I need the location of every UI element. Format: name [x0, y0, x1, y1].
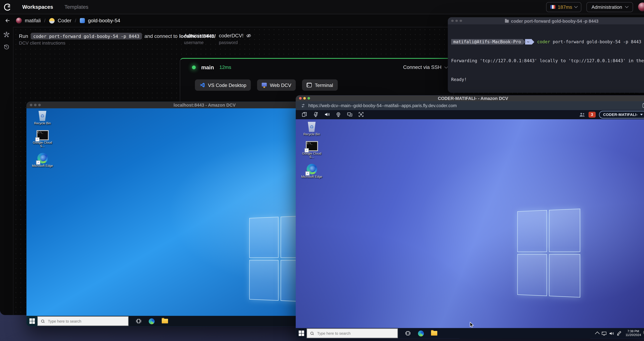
- volume-tray-icon[interactable]: [609, 331, 614, 336]
- terminal-titlebar[interactable]: coder port-forward gold-booby-54 -p 8443: [448, 17, 644, 24]
- dcv-client-instructions-link[interactable]: DCV client instructions: [19, 40, 66, 45]
- chevron-down-icon: [574, 4, 578, 8]
- session-menu-button[interactable]: CODER-MATIFALI-: [599, 111, 644, 118]
- edge-taskbar-button[interactable]: [418, 330, 424, 336]
- speaker-icon[interactable]: [324, 112, 330, 117]
- administration-menu[interactable]: Administration: [586, 2, 633, 12]
- topnav-right: 187ms Administration: [546, 2, 644, 12]
- latency-dropdown[interactable]: 187ms: [546, 2, 582, 12]
- recycle-bin-icon[interactable]: ♻ Recycle Bin: [300, 122, 324, 136]
- nav-templates[interactable]: Templates: [64, 4, 88, 10]
- file-explorer-button[interactable]: [431, 331, 437, 336]
- collaborators-icon[interactable]: [579, 112, 585, 117]
- fullscreen-icon[interactable]: [358, 112, 364, 117]
- taskbar-search[interactable]: [37, 316, 128, 326]
- taskbar-search-input[interactable]: [47, 318, 116, 324]
- microsoft-edge-shortcut-icon[interactable]: ↗ Microsoft Edge: [31, 153, 54, 168]
- task-view-button[interactable]: [136, 318, 142, 324]
- minimize-button[interactable]: [455, 20, 458, 22]
- web-dcv-button[interactable]: Web DCV: [257, 79, 296, 91]
- edge-taskbar-button[interactable]: [149, 318, 155, 324]
- close-button[interactable]: [451, 20, 454, 22]
- screenshot-viewport: Workspaces Templates 187ms Administratio…: [0, 0, 644, 341]
- multi-monitor-icon[interactable]: [347, 112, 352, 117]
- eye-off-icon[interactable]: [246, 33, 251, 38]
- terminal-label: Terminal: [315, 82, 333, 88]
- clock-date: 11/20/2024: [626, 333, 641, 337]
- top-navbar: Workspaces Templates 187ms Administratio…: [0, 0, 644, 14]
- terminal-output-line: Forwarding 'tcp://127.0.0.1:8443' locall…: [451, 58, 644, 64]
- agent-latency: 12ms: [220, 65, 231, 70]
- taskbar-search-input[interactable]: [316, 331, 385, 336]
- browser-url-bar: https://web-dcv--main--gold-booby-54--ma…: [296, 101, 644, 110]
- coder-logo-icon[interactable]: [4, 3, 11, 11]
- resources-hub-icon[interactable]: [3, 32, 10, 38]
- nav-workspaces[interactable]: Workspaces: [22, 4, 53, 10]
- shortcut-arrow-badge: ↗: [305, 171, 310, 176]
- pen-tray-icon[interactable]: [617, 331, 621, 336]
- port-forward-command[interactable]: coder port-forward gold-booby-54 -p 8443: [31, 33, 142, 40]
- close-button[interactable]: [299, 97, 302, 99]
- tray-expand-icon[interactable]: [595, 332, 600, 336]
- zoom-button[interactable]: [460, 20, 462, 22]
- prompt-host: matifali@Atifs-MacBook-Pro: [451, 39, 523, 44]
- wallpaper-vignette: [296, 119, 644, 328]
- recycle-bin-icon[interactable]: ♻ Recycle Bin: [31, 111, 54, 126]
- traffic-lights: [30, 102, 40, 108]
- zoom-button[interactable]: [38, 104, 40, 106]
- terminal-output-line: Ready!: [451, 76, 644, 83]
- minimize-button[interactable]: [34, 104, 36, 106]
- agent-row: main 12ms Connect via SSH: [180, 59, 453, 76]
- terminal-body[interactable]: matifali@Atifs-MacBook-Pro~ coder port-f…: [451, 26, 644, 93]
- clipboard-sync-icon[interactable]: [302, 112, 307, 117]
- chevron-down-icon: [625, 4, 628, 8]
- powerline-arrow: [532, 39, 534, 44]
- traffic-lights: [299, 95, 310, 101]
- terminal-title: coder port-forward gold-booby-54 -p 8443: [511, 18, 598, 23]
- notification-badge: 1: [643, 330, 644, 334]
- web-dcv-icon: [262, 82, 267, 88]
- start-button[interactable]: [26, 316, 37, 326]
- breadcrumb-template[interactable]: Coder: [58, 18, 72, 24]
- user-avatar[interactable]: [638, 2, 644, 11]
- window-titlebar[interactable]: CODER-MATIFALI- - Amazon DCV: [296, 95, 644, 101]
- web-dcv-label: Web DCV: [270, 82, 291, 88]
- task-view-button[interactable]: [405, 330, 411, 336]
- zoom-button[interactable]: [308, 97, 310, 99]
- taskbar-clock[interactable]: 7:38 PM 11/20/2024: [626, 330, 641, 337]
- windows-desktop[interactable]: ♻ Recycle Bin C:\_↗ Google Cloud S... ↗ …: [296, 119, 644, 328]
- close-button[interactable]: [30, 104, 32, 106]
- google-cloud-shortcut-icon[interactable]: C:\_↗ Google Cloud S...: [31, 130, 54, 148]
- breadcrumb-user-avatar: [16, 18, 22, 24]
- prompt-path: ~: [525, 39, 532, 44]
- microphone-muted-icon[interactable]: [313, 112, 318, 117]
- folder-icon: [162, 319, 168, 323]
- breadcrumb-separator: /: [75, 18, 76, 24]
- start-button[interactable]: [296, 328, 307, 338]
- google-cloud-shortcut-icon[interactable]: C:\_↗ Google Cloud S...: [300, 141, 324, 159]
- connect-via-ssh-button[interactable]: Connect via SSH: [403, 64, 448, 70]
- url-text[interactable]: https://web-dcv--main--gold-booby-54--ma…: [308, 103, 457, 108]
- username-field: Administrator username: [184, 33, 214, 45]
- taskbar-search[interactable]: [307, 328, 398, 338]
- microsoft-edge-shortcut-icon[interactable]: ↗ Microsoft Edge: [300, 164, 324, 178]
- breadcrumb-user[interactable]: matifali: [25, 18, 41, 24]
- dcv-toolbar-right: 3 CODER-MATIFALI-: [579, 111, 644, 118]
- collaborators-badge[interactable]: 3: [588, 112, 596, 118]
- latency-value: 187ms: [558, 4, 572, 10]
- session-name: CODER-MATIFALI-: [603, 112, 638, 117]
- webcam-icon[interactable]: [336, 112, 341, 117]
- clipboard-icon[interactable]: [642, 103, 644, 108]
- display-tray-icon[interactable]: [602, 331, 607, 336]
- recycle-bin-glyph: ♻: [38, 111, 47, 121]
- minimize-button[interactable]: [303, 97, 306, 99]
- recycle-bin-glyph: ♻: [307, 122, 316, 132]
- history-icon[interactable]: [3, 44, 10, 50]
- username-label: username: [184, 40, 214, 45]
- file-explorer-button[interactable]: [162, 319, 168, 323]
- back-arrow-icon[interactable]: [5, 18, 10, 24]
- terminal-button[interactable]: >_ Terminal: [302, 79, 338, 91]
- shortcut-arrow-badge: ↗: [35, 137, 39, 142]
- terminal-icon: >_: [307, 83, 312, 88]
- vscode-desktop-button[interactable]: VS Code Desktop: [195, 79, 251, 91]
